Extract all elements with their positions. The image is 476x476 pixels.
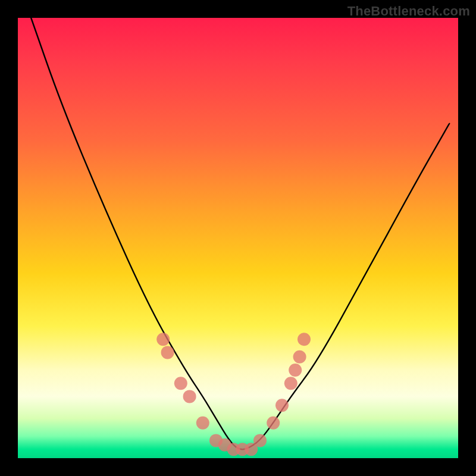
data-point	[161, 346, 174, 359]
data-point	[183, 390, 196, 403]
plot-area	[18, 18, 458, 458]
data-point	[284, 377, 298, 390]
scatter-dots	[156, 333, 311, 456]
data-point	[275, 399, 289, 412]
data-point	[289, 364, 302, 377]
bottleneck-curve	[31, 18, 449, 449]
data-point	[253, 434, 267, 447]
attribution-text: TheBottleneck.com	[347, 4, 470, 19]
data-point	[196, 416, 209, 430]
chart-svg	[18, 18, 458, 458]
data-point	[293, 350, 306, 364]
data-point	[267, 416, 280, 430]
data-point	[298, 333, 311, 346]
chart-stage: TheBottleneck.com	[0, 0, 476, 476]
data-point	[174, 377, 187, 390]
data-point	[156, 333, 170, 346]
